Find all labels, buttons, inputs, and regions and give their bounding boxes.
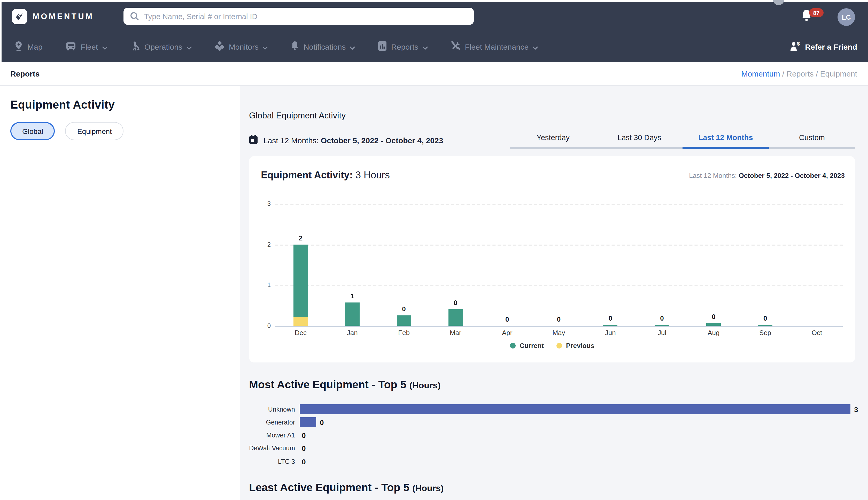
card-date-range: Last 12 Months: October 5, 2022 - Octobe… (689, 172, 845, 179)
report-title: Equipment Activity (10, 98, 115, 112)
refer-friend-icon: $ (789, 41, 801, 53)
legend-dot-icon (510, 343, 515, 349)
date-range-value: October 5, 2022 - October 4, 2023 (321, 136, 443, 145)
hbar-category-label: Unknown (249, 406, 295, 413)
bar-value-label: 0 (609, 314, 612, 322)
scope-toggle-equipment[interactable]: Equipment (66, 122, 124, 140)
bar-group-sep: 0 (739, 204, 791, 326)
breadcrumb-bar: Reports Momentum / Reports / Equipment (0, 62, 868, 86)
bar-group-feb: 0 (378, 204, 430, 326)
tab-custom[interactable]: Custom (769, 133, 855, 149)
brand-wordmark: MOMENTUM (33, 12, 94, 21)
breadcrumb-home-link[interactable]: Momentum (741, 69, 780, 78)
hbar-value-label: 0 (302, 431, 306, 440)
bar-group-jul: 0 (636, 204, 688, 326)
momentum-logo-icon (12, 9, 27, 24)
svg-text:$: $ (797, 41, 800, 46)
bar-group-apr: 0 (481, 204, 533, 326)
hbar-category-label: LTC 3 (249, 458, 295, 465)
notifications-bell-button[interactable]: 87 (800, 9, 824, 26)
bar-value-label: 0 (454, 299, 457, 306)
date-range-display[interactable]: Last 12 Months: October 5, 2022 - Octobe… (249, 134, 443, 146)
card-title-value: 3 Hours (355, 170, 390, 180)
chevron-down-icon (422, 42, 427, 51)
date-range-tabs: YesterdayLast 30 DaysLast 12 MonthsCusto… (510, 133, 855, 149)
section-title: Global Equipment Activity (249, 111, 345, 121)
tools-icon (450, 41, 461, 53)
nav-item-map[interactable]: Map (14, 41, 42, 53)
hbar-row-ltc-3: LTC 3 0 (249, 457, 306, 466)
current-bar-segment (293, 244, 308, 317)
nav-item-fleet-maintenance[interactable]: Fleet Maintenance (450, 41, 538, 53)
search-input[interactable] (124, 8, 474, 25)
x-tick-aug: Aug (688, 329, 740, 337)
nav-item-monitors[interactable]: Monitors (214, 41, 268, 53)
window-left-edge (0, 2, 2, 62)
brand-logo[interactable]: MOMENTUM (12, 9, 94, 24)
breadcrumb-trail: / Reports / Equipment (780, 69, 857, 78)
current-bar-segment (448, 309, 463, 326)
hbar-category-label: Generator (249, 419, 295, 426)
calendar-icon (249, 134, 258, 146)
bar-chart: 2100000000 (275, 204, 843, 326)
report-content: Global Equipment Activity Last 12 Months… (240, 86, 868, 500)
nav-item-operations[interactable]: Operations (130, 41, 192, 53)
x-tick-jan: Jan (327, 329, 378, 337)
hbar (300, 404, 851, 414)
top-navbar: MOMENTUM 87 LC (0, 2, 868, 31)
current-bar-segment (345, 303, 360, 326)
bar-value-label: 0 (402, 305, 406, 313)
bar-value-label: 1 (350, 292, 354, 300)
bar-value-label: 2 (299, 234, 303, 242)
bar-value-label: 0 (712, 313, 715, 321)
least-active-title: Least Active Equipment - Top 5 (Hours) (249, 481, 444, 494)
date-range-label: Last 12 Months: (263, 136, 318, 145)
scope-toggle-group: GlobalEquipment (10, 122, 124, 140)
hbar-row-mower-a1: Mower A1 0 (249, 430, 306, 440)
bar-group-aug: 0 (688, 204, 740, 326)
hbar-row-unknown: Unknown 3 (249, 404, 858, 414)
window-top-edge (0, 0, 868, 2)
hbar-value-label: 0 (302, 444, 306, 453)
nav-item-reports[interactable]: Reports (378, 41, 427, 53)
x-tick-sep: Sep (739, 329, 791, 337)
y-axis-tick: 2 (253, 241, 271, 248)
scope-toggle-global[interactable]: Global (10, 122, 55, 140)
chevron-down-icon (263, 42, 268, 51)
y-axis-tick: 0 (253, 322, 271, 329)
search-icon (130, 11, 140, 23)
x-tick-mar: Mar (430, 329, 481, 337)
chevron-down-icon (102, 42, 107, 51)
x-tick-jun: Jun (585, 329, 636, 337)
chevron-down-icon (533, 42, 538, 51)
nav-item-fleet[interactable]: Fleet (65, 41, 107, 52)
x-tick-apr: Apr (481, 329, 533, 337)
y-axis-tick: 1 (253, 282, 271, 289)
chevron-down-icon (187, 42, 192, 51)
x-tick-oct: Oct (791, 329, 843, 337)
hbar (300, 418, 316, 427)
bar-group-dec: 2 (275, 204, 327, 326)
chart-legend: CurrentPrevious (249, 342, 855, 350)
bar-group-oct (791, 204, 843, 326)
nav-item-notifications[interactable]: Notifications (291, 41, 355, 53)
hbar-value-label: 0 (302, 457, 306, 466)
bar-group-mar: 0 (430, 204, 481, 326)
hbar-category-label: DeWalt Vacuum (249, 445, 295, 452)
tab-yesterday[interactable]: Yesterday (510, 133, 596, 149)
report-sidebar: Equipment Activity GlobalEquipment (0, 86, 240, 500)
hbar-row-dewalt-vacuum: DeWalt Vacuum 0 (249, 444, 306, 453)
bar-value-label: 0 (505, 315, 509, 323)
tab-last-30-days[interactable]: Last 30 Days (596, 133, 682, 149)
legend-item-current: Current (510, 342, 544, 350)
bar-value-label: 0 (557, 315, 561, 323)
card-title: Equipment Activity: 3 Hours (261, 170, 390, 181)
monitors-icon (214, 41, 225, 53)
chevron-down-icon (350, 42, 355, 51)
user-avatar[interactable]: LC (837, 8, 855, 26)
refer-a-friend-button[interactable]: $ Refer a Friend (789, 31, 857, 62)
breadcrumb: Momentum / Reports / Equipment (741, 69, 857, 78)
bar-value-label: 0 (763, 314, 767, 322)
current-bar-segment (655, 325, 669, 326)
tab-last-12-months[interactable]: Last 12 Months (682, 133, 769, 149)
